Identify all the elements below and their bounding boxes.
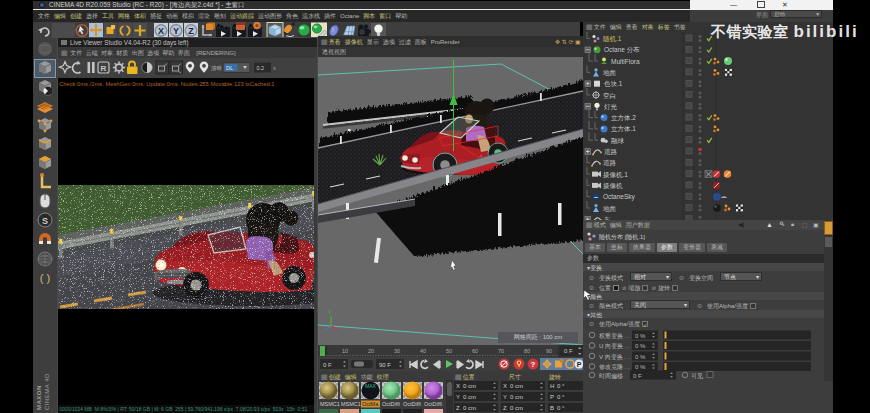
svg-text:0 °: 0 ° [557, 383, 565, 389]
svg-text:随机.1: 随机.1 [603, 35, 622, 43]
svg-text:0 F: 0 F [633, 373, 642, 379]
svg-text:道路: 道路 [603, 159, 617, 167]
svg-text:10: 10 [342, 348, 348, 354]
svg-text:( ): ( ) [40, 272, 50, 284]
svg-text:地面: 地面 [603, 69, 617, 76]
svg-text:0 cm: 0 cm [510, 394, 523, 400]
svg-text:B: B [550, 405, 554, 411]
svg-text:可见: 可见 [691, 373, 703, 379]
svg-text:MSMC1: MSMC1 [341, 401, 361, 407]
svg-text:空白: 空白 [603, 92, 616, 100]
svg-text:0 cm: 0 cm [510, 383, 523, 389]
svg-text:道路: 道路 [604, 148, 618, 156]
svg-text:摄像机.1: 摄像机.1 [603, 171, 628, 179]
svg-text:0 °: 0 ° [557, 405, 565, 411]
svg-text:立方体.1: 立方体.1 [611, 125, 636, 133]
svg-text:s: s [273, 65, 276, 71]
svg-text:Y: Y [503, 394, 507, 400]
svg-text:0 cm: 0 cm [463, 394, 476, 400]
svg-text:OctaneSky: OctaneSky [603, 193, 636, 201]
svg-text:0 %: 0 % [635, 354, 646, 360]
svg-text:R: R [101, 64, 107, 73]
svg-text:40: 40 [420, 348, 426, 354]
svg-text:权重变换 . .: 权重变换 . . [598, 332, 630, 340]
svg-text:S: S [42, 216, 48, 226]
svg-text:MAX: MAX [365, 383, 377, 389]
svg-text:OctDiffi: OctDiffi [403, 401, 421, 407]
svg-text:U 向变换 . .: U 向变换 . . [599, 342, 630, 350]
svg-text:30: 30 [394, 348, 400, 354]
svg-text:色块.1: 色块.1 [604, 80, 623, 87]
svg-text:Octane 分布: Octane 分布 [604, 46, 640, 53]
svg-text:0 %: 0 % [635, 333, 646, 339]
svg-text:摄像机: 摄像机 [603, 182, 623, 190]
svg-text:20: 20 [368, 348, 374, 354]
svg-text:H: H [550, 383, 554, 389]
svg-text:Z: Z [503, 405, 507, 411]
svg-text:时间偏移: 时间偏移 [599, 373, 623, 380]
svg-text:OctDiffi: OctDiffi [424, 401, 442, 407]
svg-text:OctMa: OctMa [362, 401, 379, 407]
svg-text:P: P [577, 361, 582, 368]
svg-text:DL: DL [226, 65, 233, 71]
svg-text:90: 90 [546, 348, 552, 354]
svg-text:P: P [550, 394, 554, 400]
svg-text:Y: Y [173, 26, 179, 36]
svg-text:90 F: 90 F [379, 362, 391, 368]
svg-text:Y: Y [456, 394, 460, 400]
svg-text:0 %: 0 % [635, 364, 646, 370]
svg-text:0 F: 0 F [564, 348, 573, 354]
svg-text:0 F: 0 F [323, 362, 332, 368]
svg-text:60: 60 [472, 348, 478, 354]
svg-text:80: 80 [524, 348, 530, 354]
svg-text:0 cm: 0 cm [510, 405, 523, 411]
svg-text:0 cm: 0 cm [463, 405, 476, 411]
svg-text:X: X [456, 383, 460, 389]
svg-text:OctDiffi: OctDiffi [382, 401, 400, 407]
svg-text:立方体.2: 立方体.2 [611, 114, 636, 122]
svg-text:50: 50 [446, 348, 452, 354]
svg-text:0 cm: 0 cm [463, 383, 476, 389]
svg-text:地面: 地面 [603, 205, 617, 212]
svg-text:融球: 融球 [611, 137, 625, 145]
svg-text:0 °: 0 ° [557, 394, 565, 400]
svg-text:清晰: 清晰 [211, 65, 223, 72]
svg-text:?: ? [531, 360, 536, 369]
svg-text:V 向变换 . .: V 向变换 . . [599, 353, 630, 361]
svg-text:70: 70 [498, 348, 504, 354]
svg-text:Z: Z [188, 26, 194, 36]
svg-text:MSMC1: MSMC1 [320, 401, 340, 407]
svg-text:0.2: 0.2 [257, 65, 265, 71]
svg-text:0 %: 0 % [635, 343, 646, 349]
svg-text:MultiFlora: MultiFlora [611, 58, 640, 65]
svg-text:灯光: 灯光 [604, 103, 618, 111]
svg-text:X: X [503, 383, 507, 389]
svg-text:X: X [158, 26, 164, 36]
svg-text:修改克隆 . .: 修改克隆 . . [599, 363, 630, 371]
svg-text:Z: Z [456, 405, 460, 411]
